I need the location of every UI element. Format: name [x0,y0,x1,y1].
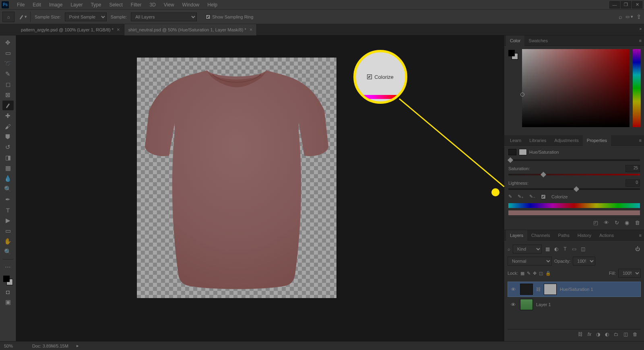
hue-slider-track[interactable] [508,159,640,161]
crop-tool[interactable]: ◻ [2,80,14,89]
type-tool[interactable]: T [2,205,14,215]
visibility-icon[interactable]: 👁 [510,286,517,292]
menu-layer[interactable]: Layer [66,2,87,8]
lightness-input[interactable]: 0 [625,179,640,187]
screen-mode-toggle[interactable]: ▣ [2,297,14,307]
menu-select[interactable]: Select [105,2,126,8]
tab-swatches[interactable]: Swatches [524,35,552,46]
saturation-slider[interactable] [508,174,640,175]
menu-image[interactable]: Image [45,2,66,8]
filter-toggle-icon[interactable]: ⏻ [634,246,641,252]
menu-window[interactable]: Window [178,2,204,8]
reset-icon[interactable]: ↻ [615,220,619,226]
tab-learn[interactable]: Learn [506,135,525,146]
mask-icon[interactable] [519,149,527,155]
menu-help[interactable]: Help [203,2,221,8]
menu-3d[interactable]: 3D [145,2,159,8]
visibility-icon[interactable]: 👁 [510,302,517,308]
link-layers-icon[interactable]: ⛓ [578,331,583,337]
current-tool-icon[interactable]: ▾ [19,12,31,22]
saturation-input[interactable]: 25 [625,165,640,172]
share-icon[interactable]: ⇪ [636,13,642,21]
sample-select[interactable]: All Layers [131,12,197,21]
opacity-input[interactable]: 100% [573,257,595,266]
mask-add-icon[interactable]: ◑ [596,331,600,337]
layer-item-layer1[interactable]: 👁 Layer 1 [508,297,641,312]
window-close[interactable]: ✕ [632,1,642,8]
tab-paths[interactable]: Paths [554,230,574,241]
canvas-area[interactable] [16,35,504,341]
preview-icon[interactable]: ◉ [625,220,629,226]
close-icon[interactable]: × [117,27,120,33]
tab-libraries[interactable]: Libraries [525,135,550,146]
color-field[interactable] [522,49,630,127]
lock-position-icon[interactable]: ✥ [533,271,537,276]
rectangle-tool[interactable]: ▭ [2,226,14,236]
stamp-tool[interactable]: ⛊ [2,132,14,142]
frame-tool[interactable]: ⊠ [2,90,14,100]
gradient-tool[interactable]: ▦ [2,163,14,173]
fill-input[interactable]: 100% [618,269,641,278]
filter-pixel-icon[interactable]: ▦ [544,246,551,252]
menu-file[interactable]: File [13,2,29,8]
lock-all-icon[interactable]: 🔒 [545,271,551,276]
new-layer-icon[interactable]: ◫ [623,331,628,337]
eyedropper-sub-icon[interactable]: ✎₋ [529,194,535,199]
doc-tab-0[interactable]: pattern_argyle.psd @ 100% (Layer 1, RGB/… [17,24,124,35]
menu-type[interactable]: Type [87,2,105,8]
doc-tab-1[interactable]: shirt_neutral.psd @ 50% (Hue/Saturation … [124,24,257,35]
menu-filter[interactable]: Filter [127,2,146,8]
fg-bg-mini[interactable] [508,49,519,60]
quick-select-tool[interactable]: ✎ [2,69,14,79]
quick-mask-toggle[interactable]: ◘ [2,287,14,296]
home-button[interactable]: ⌂ [2,12,14,22]
lasso-tool[interactable]: ➰ [2,59,14,68]
filter-smart-icon[interactable]: ◫ [580,246,586,252]
tab-history[interactable]: History [574,230,595,241]
filter-adjust-icon[interactable]: ◐ [553,246,559,252]
tab-adjustments[interactable]: Adjustments [550,135,583,146]
panel-menu-icon[interactable]: ≡ [639,38,642,43]
trash-icon[interactable]: 🗑 [635,220,640,226]
panel-menu-icon[interactable]: ≡ [639,233,642,238]
brush-tool[interactable]: 🖌 [2,121,14,131]
eyedropper-icon[interactable]: ✎ [508,194,512,199]
filter-shape-icon[interactable]: ▭ [571,246,577,252]
tab-overflow-icon[interactable]: » [639,27,642,31]
sample-size-select[interactable]: Point Sample [65,12,107,21]
zoom-level[interactable]: 50% [4,344,24,348]
tab-color[interactable]: Color [506,35,524,46]
fg-bg-swatches[interactable] [2,275,14,286]
eyedropper-tool[interactable] [2,101,14,110]
filter-type-icon[interactable]: T [562,246,568,252]
group-icon[interactable]: 🗀 [614,331,619,337]
window-minimize[interactable]: — [609,1,620,8]
history-brush-tool[interactable]: ↺ [2,142,14,152]
lock-artboard-icon[interactable]: ◫ [539,271,543,276]
marquee-tool[interactable]: ▭ [2,48,14,58]
window-restore[interactable]: ❐ [621,1,631,8]
search-icon[interactable]: ⌕ [619,13,622,20]
clip-icon[interactable]: ◰ [593,220,598,226]
layer-item-hs[interactable]: 👁 ⛓ Hue/Saturation 1 [508,282,641,297]
menu-edit[interactable]: Edit [29,2,45,8]
filter-kind-select[interactable]: Kind [513,245,542,253]
lightness-slider[interactable] [508,188,640,190]
adjustment-add-icon[interactable]: ◐ [605,331,609,337]
menu-view[interactable]: View [160,2,178,8]
eraser-tool[interactable]: ◨ [2,153,14,163]
panel-menu-icon[interactable]: ≡ [639,138,642,143]
blend-mode-select[interactable]: Normal [508,257,552,266]
lock-brush-icon[interactable]: ✎ [527,271,530,276]
link-icon[interactable]: ⛓ [536,287,541,292]
tab-channels[interactable]: Channels [527,230,554,241]
trash-icon[interactable]: 🗑 [633,331,638,337]
chevron-right-icon[interactable]: ▸ [76,343,79,348]
edit-toolbar[interactable]: ⋯ [2,262,14,272]
doc-info[interactable]: Doc: 3.89M/5.15M [32,344,68,348]
visibility-icon[interactable]: 👁 [604,220,609,226]
zoom-tool[interactable]: 🔍 [2,247,14,257]
tab-properties[interactable]: Properties [583,135,611,146]
adjustment-icon[interactable] [508,149,516,155]
path-select-tool[interactable]: ▶ [2,216,14,225]
